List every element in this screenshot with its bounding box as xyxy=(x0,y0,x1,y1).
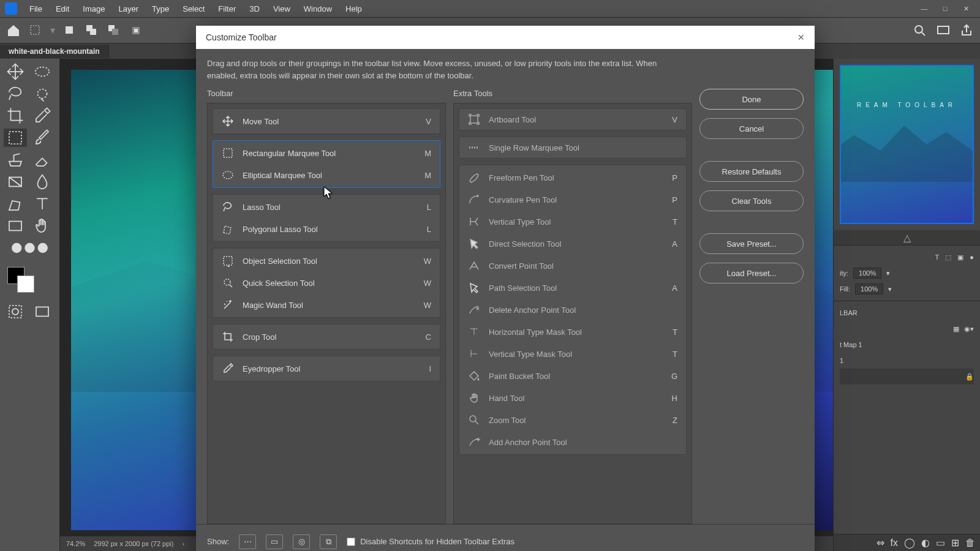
restore-defaults-button[interactable]: Restore Defaults xyxy=(699,161,804,182)
color-swatches[interactable] xyxy=(4,264,56,299)
tool-group[interactable]: Object Selection ToolWQuick Selection To… xyxy=(213,248,440,318)
tool-row[interactable]: Eyedropper ToolI xyxy=(213,358,440,380)
tool-group[interactable]: Eyedropper ToolI xyxy=(213,356,440,381)
blur-tool-icon[interactable] xyxy=(31,173,54,191)
show-fullscreen-icon[interactable]: ⧉ xyxy=(320,534,337,549)
rectangle-tool-icon[interactable] xyxy=(4,217,27,235)
extra-tool-row[interactable]: Vertical Type Mask ToolT xyxy=(459,343,686,365)
transform-panel-icon[interactable]: ⬚ xyxy=(945,253,951,261)
extra-tool-row[interactable]: Artboard ToolV xyxy=(459,108,687,130)
search-icon[interactable] xyxy=(913,23,927,38)
layer-row[interactable]: t Map 1 xyxy=(840,337,974,353)
close-window-icon[interactable]: ✕ xyxy=(957,2,975,15)
show-screenmode-icon[interactable]: ▭ xyxy=(266,534,283,549)
rect-marquee-tool-icon[interactable] xyxy=(4,129,27,147)
zoom-slider[interactable]: △ xyxy=(834,230,980,245)
opacity-field[interactable]: 100% xyxy=(853,268,881,279)
menu-help[interactable]: Help xyxy=(339,2,368,16)
link-layers-icon[interactable]: ⇔ xyxy=(876,537,884,549)
share-icon[interactable] xyxy=(959,23,974,38)
menu-file[interactable]: File xyxy=(23,2,48,16)
gradient-tool-icon[interactable] xyxy=(4,173,27,191)
pen-tool-icon[interactable] xyxy=(4,195,27,213)
home-icon[interactable] xyxy=(6,23,21,38)
extra-tool-row[interactable]: Hand ToolH xyxy=(459,387,686,409)
clear-tools-button[interactable]: Clear Tools xyxy=(699,190,804,211)
menu-image[interactable]: Image xyxy=(77,2,111,16)
menu-select[interactable]: Select xyxy=(176,2,211,16)
extra-tools-list[interactable]: Artboard ToolVSingle Row Marquee ToolFre… xyxy=(453,103,692,524)
extra-tool-row[interactable]: Zoom ToolZ xyxy=(459,409,686,431)
show-extras-icon[interactable]: ⋯ xyxy=(239,534,256,549)
extra-tool-row[interactable]: Add Anchor Point Tool xyxy=(459,431,686,453)
maximize-icon[interactable]: □ xyxy=(936,2,954,15)
marquee-mode-2-icon[interactable] xyxy=(85,23,99,38)
lasso-tool-icon[interactable] xyxy=(4,84,27,103)
tool-row[interactable]: Quick Selection ToolW xyxy=(213,272,440,294)
extra-tool-row[interactable]: Path Selection ToolA xyxy=(459,277,686,299)
menu-filter[interactable]: Filter xyxy=(212,2,242,16)
type-panel-icon[interactable]: T xyxy=(935,253,940,261)
mask-icon[interactable]: ◯ xyxy=(904,537,915,549)
extra-tool-row[interactable]: Direct Selection ToolA xyxy=(459,233,686,255)
menu-view[interactable]: View xyxy=(267,2,296,16)
tool-row[interactable]: Elliptical Marquee ToolM xyxy=(213,164,440,186)
save-preset-button[interactable]: Save Preset... xyxy=(699,233,804,254)
show-quickmask-icon[interactable]: ◎ xyxy=(293,534,310,549)
tool-row[interactable]: Crop ToolC xyxy=(213,326,440,348)
tool-group[interactable]: Crop ToolC xyxy=(213,324,440,350)
extra-tool-group[interactable]: Freeform Pen ToolPCurvature Pen ToolPVer… xyxy=(459,165,687,455)
menu-type[interactable]: Type xyxy=(146,2,175,16)
minimize-icon[interactable]: — xyxy=(915,2,933,15)
fill-field[interactable]: 100% xyxy=(855,283,883,294)
marquee-mode-3-icon[interactable] xyxy=(107,23,121,38)
extra-tool-row[interactable]: Freeform Pen ToolP xyxy=(459,167,686,189)
trash-icon[interactable]: 🗑 xyxy=(965,538,975,549)
menu-3d[interactable]: 3D xyxy=(243,2,266,16)
eyedropper-tool-icon[interactable] xyxy=(31,107,54,125)
tool-row[interactable]: Magic Wand ToolW xyxy=(213,294,440,316)
tool-preset-icon[interactable] xyxy=(28,23,43,38)
disable-shortcuts-checkbox[interactable] xyxy=(347,538,355,546)
menu-layer[interactable]: Layer xyxy=(113,2,145,16)
screen-mode-icon[interactable] xyxy=(936,23,951,38)
brush-tool-icon[interactable] xyxy=(31,129,54,147)
extra-tool-row[interactable]: Vertical Type ToolT xyxy=(459,211,686,233)
tool-row[interactable]: Move ToolV xyxy=(213,110,440,132)
tool-row[interactable]: Rectangular Marquee ToolM xyxy=(213,142,440,164)
layer-row[interactable]: LBAR xyxy=(840,305,974,321)
chevron-right-icon[interactable]: › xyxy=(182,540,184,547)
new-layer-icon[interactable]: ⊞ xyxy=(951,537,959,549)
ellip-marquee-tool-icon[interactable] xyxy=(31,62,54,81)
cancel-button[interactable]: Cancel xyxy=(699,118,804,139)
clone-stamp-tool-icon[interactable] xyxy=(4,151,27,169)
move-tool-icon[interactable] xyxy=(4,62,27,81)
tool-group[interactable]: Rectangular Marquee ToolMElliptical Marq… xyxy=(213,140,440,188)
screenmode-tool-icon[interactable] xyxy=(31,302,54,321)
folder-icon[interactable]: ▭ xyxy=(936,537,945,549)
tool-row[interactable]: Lasso ToolL xyxy=(213,196,440,218)
fx-icon[interactable]: fx xyxy=(891,538,898,549)
tool-group[interactable]: Move ToolV xyxy=(213,108,440,134)
menu-window[interactable]: Window xyxy=(298,2,338,16)
extra-tool-row[interactable]: Horizontal Type Mask ToolT xyxy=(459,321,686,343)
menu-edit[interactable]: Edit xyxy=(50,2,75,16)
layer-eye-icon[interactable]: ◉▾ xyxy=(964,325,974,333)
layer-filter-icon[interactable]: ▦ xyxy=(953,325,959,333)
adjustment-icon[interactable]: ◐ xyxy=(921,537,930,549)
lock-icon[interactable]: 🔒 xyxy=(965,373,974,381)
more-tools-icon[interactable] xyxy=(4,239,56,257)
dot-panel-icon[interactable]: ● xyxy=(970,253,974,261)
type-tool-icon[interactable] xyxy=(31,195,54,213)
extra-tool-row[interactable]: Delete Anchor Point Tool xyxy=(459,299,686,321)
extra-tool-row[interactable]: Convert Point Tool xyxy=(459,255,686,277)
layer-row[interactable]: 1 xyxy=(840,353,974,369)
extra-tool-row[interactable]: Single Row Marquee Tool xyxy=(459,137,687,159)
document-tab[interactable]: white-and-black-mountain xyxy=(0,45,109,58)
eraser-tool-icon[interactable] xyxy=(31,151,54,169)
close-icon[interactable]: ✕ xyxy=(797,32,805,42)
tool-group[interactable]: Lasso ToolLPolygonal Lasso ToolL xyxy=(213,194,440,242)
extra-tool-row[interactable]: Paint Bucket ToolG xyxy=(459,365,686,387)
lock-panel-icon[interactable]: ▣ xyxy=(957,253,963,261)
zoom-level[interactable]: 74.2% xyxy=(66,540,85,547)
